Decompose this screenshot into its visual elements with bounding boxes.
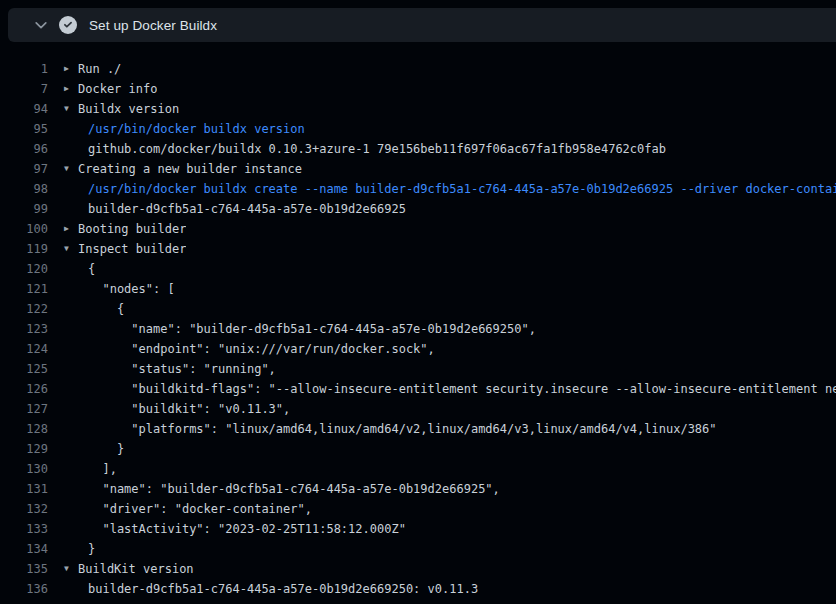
line-number-link[interactable]: 120 bbox=[0, 259, 48, 279]
log-line-text: "platforms": "linux/amd64,linux/amd64/v2… bbox=[78, 419, 717, 439]
log-line-row: 123 "name": "builder-d9cfb5a1-c764-445a-… bbox=[0, 319, 836, 339]
line-number-link[interactable]: 136 bbox=[0, 579, 48, 599]
log-line-row: 134} bbox=[0, 539, 836, 559]
log-group-title: BuildKit version bbox=[78, 559, 194, 579]
log-line-text: /usr/bin/docker buildx create --name bui… bbox=[78, 179, 836, 199]
log-line-row: 95/usr/bin/docker buildx version bbox=[0, 119, 836, 139]
log-group-row[interactable]: 7▶Docker info bbox=[0, 79, 836, 99]
log-line-row: 130 ], bbox=[0, 459, 836, 479]
log-group-title: Run ./ bbox=[78, 59, 121, 79]
log-line-text: "endpoint": "unix:///var/run/docker.sock… bbox=[78, 339, 435, 359]
disclosure-expanded-icon: ▼ bbox=[64, 99, 78, 119]
line-number-link[interactable]: 99 bbox=[0, 199, 48, 219]
disclosure-expanded-icon: ▼ bbox=[64, 239, 78, 259]
line-number-link[interactable]: 126 bbox=[0, 379, 48, 399]
step-header-set-up-docker-buildx[interactable]: Set up Docker Buildx bbox=[8, 8, 836, 42]
log-line-text: builder-d9cfb5a1-c764-445a-a57e-0b19d2e6… bbox=[78, 199, 406, 219]
line-number-link[interactable]: 98 bbox=[0, 179, 48, 199]
log-line-text: "driver": "docker-container", bbox=[78, 499, 312, 519]
log-line-row: 98/usr/bin/docker buildx create --name b… bbox=[0, 179, 836, 199]
disclosure-collapsed-icon: ▶ bbox=[64, 219, 78, 239]
line-number-link[interactable]: 97 bbox=[0, 159, 48, 179]
log-line-text: "buildkit": "v0.11.3", bbox=[78, 399, 290, 419]
log-line-row: 125 "status": "running", bbox=[0, 359, 836, 379]
log-group-title: Booting builder bbox=[78, 219, 186, 239]
chevron-down-icon bbox=[33, 17, 49, 33]
log-line-text: "nodes": [ bbox=[78, 279, 175, 299]
log-group-row[interactable]: 1▶Run ./ bbox=[0, 59, 836, 79]
log-line-text: } bbox=[78, 439, 124, 459]
line-number-link[interactable]: 131 bbox=[0, 479, 48, 499]
log-group-title: Creating a new builder instance bbox=[78, 159, 302, 179]
log-group-title: Inspect builder bbox=[78, 239, 186, 259]
log-line-row: 132 "driver": "docker-container", bbox=[0, 499, 836, 519]
log-group-title: Docker info bbox=[78, 79, 157, 99]
log-line-text: "status": "running", bbox=[78, 359, 276, 379]
line-number-link[interactable]: 100 bbox=[0, 219, 48, 239]
log-line-row: 122 { bbox=[0, 299, 836, 319]
line-number-link[interactable]: 7 bbox=[0, 79, 48, 99]
line-number-link[interactable]: 123 bbox=[0, 319, 48, 339]
line-number-link[interactable]: 132 bbox=[0, 499, 48, 519]
line-number-link[interactable]: 121 bbox=[0, 279, 48, 299]
log-line-text: { bbox=[78, 299, 124, 319]
line-number-link[interactable]: 95 bbox=[0, 119, 48, 139]
log-line-row: 124 "endpoint": "unix:///var/run/docker.… bbox=[0, 339, 836, 359]
log-line-row: 96github.com/docker/buildx 0.10.3+azure-… bbox=[0, 139, 836, 159]
step-title: Set up Docker Buildx bbox=[89, 18, 217, 33]
log-line-text: github.com/docker/buildx 0.10.3+azure-1 … bbox=[78, 139, 666, 159]
log-line-text: } bbox=[78, 539, 95, 559]
log-line-row: 128 "platforms": "linux/amd64,linux/amd6… bbox=[0, 419, 836, 439]
log-line-row: 121 "nodes": [ bbox=[0, 279, 836, 299]
log-line-text: "lastActivity": "2023-02-25T11:58:12.000… bbox=[78, 519, 406, 539]
disclosure-expanded-icon: ▼ bbox=[64, 159, 78, 179]
log-line-row: 133 "lastActivity": "2023-02-25T11:58:12… bbox=[0, 519, 836, 539]
line-number-link[interactable]: 127 bbox=[0, 399, 48, 419]
line-number-link[interactable]: 125 bbox=[0, 359, 48, 379]
line-number-link[interactable]: 130 bbox=[0, 459, 48, 479]
line-number-link[interactable]: 129 bbox=[0, 439, 48, 459]
line-number-link[interactable]: 119 bbox=[0, 239, 48, 259]
log-line-text: { bbox=[78, 259, 95, 279]
line-number-link[interactable]: 96 bbox=[0, 139, 48, 159]
log-line-text: "buildkitd-flags": "--allow-insecure-ent… bbox=[78, 379, 836, 399]
log-line-row: 99builder-d9cfb5a1-c764-445a-a57e-0b19d2… bbox=[0, 199, 836, 219]
disclosure-collapsed-icon: ▶ bbox=[64, 79, 78, 99]
log-line-row: 131 "name": "builder-d9cfb5a1-c764-445a-… bbox=[0, 479, 836, 499]
line-number-link[interactable]: 133 bbox=[0, 519, 48, 539]
log-group-row[interactable]: 97▼Creating a new builder instance bbox=[0, 159, 836, 179]
line-number-link[interactable]: 122 bbox=[0, 299, 48, 319]
log-line-text: /usr/bin/docker buildx version bbox=[78, 119, 305, 139]
log-line-row: 129 } bbox=[0, 439, 836, 459]
log-line-text: "name": "builder-d9cfb5a1-c764-445a-a57e… bbox=[78, 479, 500, 499]
log-line-text: builder-d9cfb5a1-c764-445a-a57e-0b19d2e6… bbox=[78, 579, 478, 599]
log-group-row[interactable]: 135▼BuildKit version bbox=[0, 559, 836, 579]
line-number-link[interactable]: 135 bbox=[0, 559, 48, 579]
log-output: 1▶Run ./7▶Docker info94▼Buildx version95… bbox=[0, 59, 836, 599]
log-line-text: "name": "builder-d9cfb5a1-c764-445a-a57e… bbox=[78, 319, 536, 339]
log-group-row[interactable]: 100▶Booting builder bbox=[0, 219, 836, 239]
log-group-row[interactable]: 94▼Buildx version bbox=[0, 99, 836, 119]
log-group-row[interactable]: 119▼Inspect builder bbox=[0, 239, 836, 259]
disclosure-collapsed-icon: ▶ bbox=[64, 59, 78, 79]
log-line-text: ], bbox=[78, 459, 117, 479]
line-number-link[interactable]: 1 bbox=[0, 59, 48, 79]
check-circle-icon bbox=[59, 16, 77, 34]
log-group-title: Buildx version bbox=[78, 99, 179, 119]
log-line-row: 127 "buildkit": "v0.11.3", bbox=[0, 399, 836, 419]
disclosure-expanded-icon: ▼ bbox=[64, 559, 78, 579]
line-number-link[interactable]: 124 bbox=[0, 339, 48, 359]
log-line-row: 136builder-d9cfb5a1-c764-445a-a57e-0b19d… bbox=[0, 579, 836, 599]
line-number-link[interactable]: 128 bbox=[0, 419, 48, 439]
line-number-link[interactable]: 94 bbox=[0, 99, 48, 119]
log-line-row: 120{ bbox=[0, 259, 836, 279]
log-line-row: 126 "buildkitd-flags": "--allow-insecure… bbox=[0, 379, 836, 399]
line-number-link[interactable]: 134 bbox=[0, 539, 48, 559]
